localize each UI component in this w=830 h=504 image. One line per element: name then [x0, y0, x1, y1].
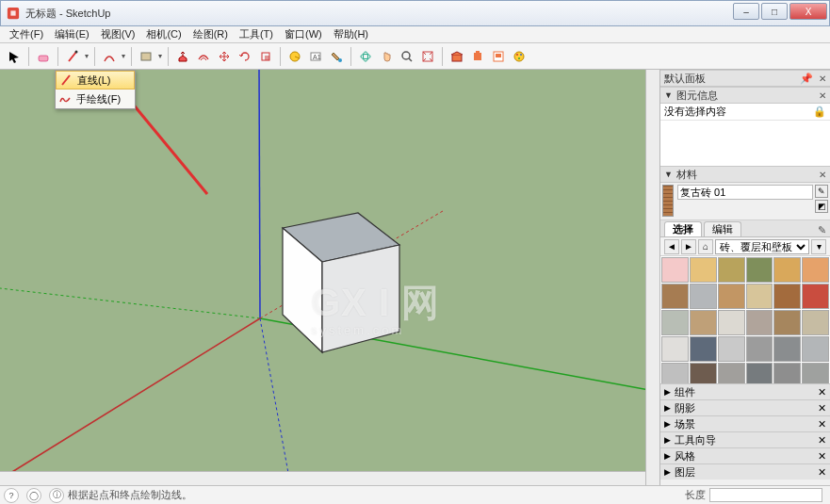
offset-tool-icon[interactable]	[194, 47, 213, 66]
status-help-icon[interactable]: ?	[4, 488, 19, 503]
panel-close-icon[interactable]: ✕	[819, 170, 826, 180]
menu-edit[interactable]: 编辑(E)	[49, 27, 95, 41]
panel-scenes[interactable]: ▶ 场景 ✕	[660, 415, 830, 431]
entity-info-header[interactable]: ▼ 图元信息 ✕	[660, 87, 830, 104]
nav-back-icon[interactable]: ◄	[664, 239, 679, 254]
tab-edit[interactable]: 编辑	[704, 221, 741, 236]
material-swatch[interactable]	[802, 284, 829, 309]
panel-close-icon[interactable]: ✕	[818, 434, 826, 447]
material-swatch[interactable]	[746, 310, 773, 335]
details-icon[interactable]: ▾	[811, 239, 826, 254]
move-tool-icon[interactable]	[215, 47, 234, 66]
panel-close-icon[interactable]: ✕	[818, 466, 826, 479]
panel-components[interactable]: ▶ 组件 ✕	[660, 383, 830, 399]
material-swatch[interactable]	[718, 336, 745, 362]
menu-tools[interactable]: 工具(T)	[234, 27, 279, 41]
panel-close-icon[interactable]: ✕	[818, 386, 826, 398]
line-tool-icon[interactable]	[63, 47, 82, 66]
paint-tool-icon[interactable]	[327, 47, 346, 66]
material-swatch[interactable]	[802, 336, 829, 362]
shape-tool-dropdown[interactable]: ▾	[156, 52, 164, 60]
menu-view[interactable]: 视图(V)	[95, 27, 141, 41]
material-swatch[interactable]	[661, 257, 689, 283]
panel-shadows[interactable]: ▶ 阴影 ✕	[660, 399, 830, 415]
tab-select[interactable]: 选择	[664, 221, 702, 236]
home-icon[interactable]: ⌂	[698, 239, 713, 254]
material-swatch[interactable]	[718, 257, 745, 283]
material-swatch[interactable]	[802, 310, 829, 335]
material-swatch[interactable]	[773, 336, 801, 362]
extension-icon[interactable]	[468, 47, 487, 66]
status-credits-icon[interactable]: ⓘ	[49, 488, 64, 503]
panel-layers[interactable]: ▶ 图层 ✕	[660, 463, 830, 480]
arc-tool-dropdown[interactable]: ▾	[120, 52, 127, 60]
minimize-button[interactable]: –	[733, 3, 759, 20]
material-swatch[interactable]	[690, 336, 717, 362]
create-material-icon[interactable]: ✎	[815, 185, 828, 198]
zoom-extents-icon[interactable]	[418, 47, 437, 66]
material-swatch[interactable]	[773, 257, 801, 283]
tray-pin-icon[interactable]: 📌	[800, 73, 813, 85]
viewport-scrollbar-vertical[interactable]	[645, 70, 659, 485]
current-material-swatch[interactable]	[662, 185, 674, 217]
menu-item-freehand[interactable]: 手绘线(F)	[56, 89, 135, 108]
menu-window[interactable]: 窗口(W)	[279, 27, 328, 41]
arc-tool-icon[interactable]	[100, 47, 119, 66]
material-swatch[interactable]	[690, 257, 717, 283]
material-swatch[interactable]	[661, 336, 689, 362]
material-swatch[interactable]	[718, 284, 745, 309]
scale-tool-icon[interactable]	[256, 47, 275, 66]
select-tool-icon[interactable]	[5, 47, 24, 66]
tape-tool-icon[interactable]	[285, 47, 304, 66]
panel-close-icon[interactable]: ✕	[818, 402, 826, 415]
nav-fwd-icon[interactable]: ►	[681, 239, 696, 254]
text-tool-icon[interactable]: A1	[306, 47, 325, 66]
rotate-tool-icon[interactable]	[236, 47, 254, 66]
close-button[interactable]: X	[789, 3, 827, 20]
menu-camera[interactable]: 相机(C)	[140, 27, 187, 41]
panel-instructor[interactable]: ▶ 工具向导 ✕	[660, 431, 830, 447]
eraser-tool-icon[interactable]	[34, 47, 53, 66]
zoom-tool-icon[interactable]	[398, 47, 416, 66]
menu-draw[interactable]: 绘图(R)	[187, 27, 234, 41]
warehouse-icon[interactable]	[448, 47, 466, 66]
material-swatch[interactable]	[690, 284, 717, 309]
panel-close-icon[interactable]: ✕	[818, 418, 826, 431]
pan-tool-icon[interactable]	[377, 47, 396, 66]
material-swatch[interactable]	[802, 257, 829, 283]
material-swatch[interactable]	[746, 257, 773, 283]
material-swatch[interactable]	[661, 284, 689, 309]
menu-item-line[interactable]: 直线(L)	[56, 71, 135, 89]
material-swatch[interactable]	[746, 336, 773, 362]
viewport-scrollbar-horizontal[interactable]	[0, 471, 645, 485]
tray-close-icon[interactable]: ✕	[819, 73, 826, 84]
layout-icon[interactable]	[489, 47, 508, 66]
measurement-input[interactable]	[709, 488, 822, 502]
material-swatch[interactable]	[718, 310, 745, 335]
material-category-select[interactable]: 砖、覆层和壁板	[715, 239, 809, 254]
default-material-icon[interactable]: ◩	[815, 200, 828, 213]
material-swatch[interactable]	[690, 310, 717, 335]
orbit-tool-icon[interactable]	[356, 47, 375, 66]
line-tool-dropdown[interactable]: ▾	[83, 52, 90, 60]
3d-viewport[interactable]: 直线(L) 手绘线(F) GX I 网 system.com	[0, 70, 659, 485]
rectangle-tool-icon[interactable]	[137, 47, 155, 66]
lock-icon[interactable]: 🔒	[813, 106, 826, 118]
panel-styles[interactable]: ▶ 风格 ✕	[660, 447, 830, 463]
material-swatch[interactable]	[773, 310, 801, 335]
status-geo-icon[interactable]: ◯	[26, 488, 41, 503]
pushpull-tool-icon[interactable]	[173, 47, 192, 66]
material-swatch[interactable]	[661, 310, 689, 335]
material-swatch[interactable]	[746, 284, 773, 309]
material-swatch[interactable]	[773, 284, 801, 309]
stylebuilder-icon[interactable]	[510, 47, 529, 66]
menu-help[interactable]: 帮助(H)	[328, 27, 374, 41]
materials-header[interactable]: ▼ 材料 ✕	[660, 166, 830, 183]
menu-file[interactable]: 文件(F)	[4, 27, 49, 41]
tray-header[interactable]: 默认面板 📌 ✕	[660, 70, 830, 87]
material-name-input[interactable]	[677, 185, 813, 200]
maximize-button[interactable]: □	[761, 3, 788, 20]
panel-close-icon[interactable]: ✕	[818, 450, 826, 463]
panel-close-icon[interactable]: ✕	[819, 90, 826, 101]
sample-paint-icon[interactable]: ✎	[818, 224, 826, 236]
